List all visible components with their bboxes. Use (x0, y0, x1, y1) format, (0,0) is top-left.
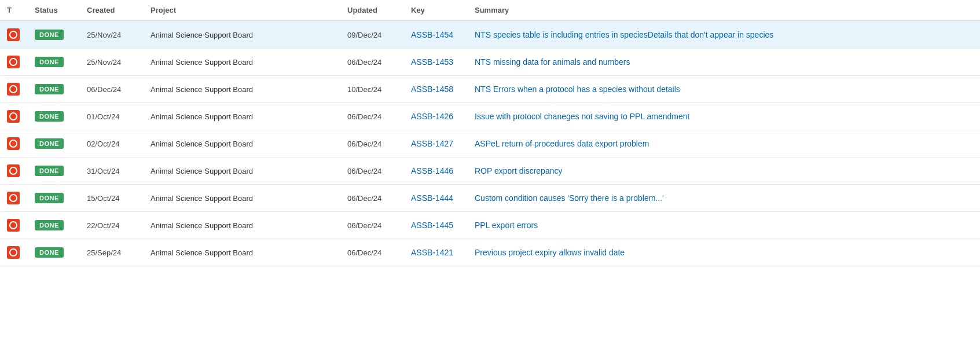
updated-date: 06/Dec/24 (347, 248, 381, 257)
bug-icon (7, 137, 20, 150)
status-badge: DONE (35, 138, 64, 149)
summary-cell[interactable]: Custom condition causes 'Sorry there is … (468, 185, 980, 212)
issue-summary: Previous project expiry allows invalid d… (475, 248, 625, 257)
updated-cell: 06/Dec/24 (340, 49, 404, 76)
issue-key-link[interactable]: ASSB-1426 (411, 112, 453, 121)
bug-icon (7, 28, 20, 41)
col-header-key[interactable]: Key (404, 0, 468, 21)
updated-date: 06/Dec/24 (347, 58, 381, 67)
table-row[interactable]: DONE 25/Nov/24 Animal Science Support Bo… (0, 21, 980, 49)
created-cell: 31/Oct/24 (80, 157, 144, 185)
table-row[interactable]: DONE 22/Oct/24 Animal Science Support Bo… (0, 212, 980, 239)
key-cell[interactable]: ASSB-1426 (404, 103, 468, 130)
updated-cell: 06/Dec/24 (340, 103, 404, 130)
issue-key-link[interactable]: ASSB-1446 (411, 166, 453, 175)
key-cell[interactable]: ASSB-1453 (404, 49, 468, 76)
col-header-updated[interactable]: Updated (340, 0, 404, 21)
summary-cell[interactable]: NTS missing data for animals and numbers (468, 49, 980, 76)
status-cell: DONE (28, 157, 80, 185)
key-cell[interactable]: ASSB-1454 (404, 21, 468, 49)
issue-summary: PPL export errors (475, 221, 538, 230)
status-cell: DONE (28, 212, 80, 239)
summary-cell[interactable]: Previous project expiry allows invalid d… (468, 239, 980, 266)
updated-cell: 06/Dec/24 (340, 212, 404, 239)
project-name: Animal Science Support Board (151, 221, 253, 230)
created-date: 06/Dec/24 (87, 85, 121, 94)
project-cell: Animal Science Support Board (144, 185, 340, 212)
col-header-t[interactable]: T (0, 0, 28, 21)
status-cell: DONE (28, 239, 80, 266)
issue-key-link[interactable]: ASSB-1421 (411, 248, 453, 257)
created-cell: 15/Oct/24 (80, 185, 144, 212)
summary-cell[interactable]: NTS species table is including entries i… (468, 21, 980, 49)
issue-summary: ROP export discrepancy (475, 166, 562, 175)
summary-cell[interactable]: Issue with protocol chaneges not saving … (468, 103, 980, 130)
status-badge: DONE (35, 30, 64, 40)
status-cell: DONE (28, 185, 80, 212)
created-cell: 25/Sep/24 (80, 239, 144, 266)
project-cell: Animal Science Support Board (144, 76, 340, 103)
status-badge: DONE (35, 166, 64, 176)
created-cell: 25/Nov/24 (80, 49, 144, 76)
bug-icon (7, 83, 20, 96)
type-cell (0, 21, 28, 49)
summary-cell[interactable]: ROP export discrepancy (468, 157, 980, 185)
status-badge: DONE (35, 111, 64, 122)
summary-cell[interactable]: PPL export errors (468, 212, 980, 239)
issue-key-link[interactable]: ASSB-1453 (411, 57, 453, 67)
table-row[interactable]: DONE 25/Nov/24 Animal Science Support Bo… (0, 49, 980, 76)
col-header-status[interactable]: Status (28, 0, 80, 21)
project-cell: Animal Science Support Board (144, 212, 340, 239)
issue-summary: Issue with protocol chaneges not saving … (475, 112, 689, 121)
key-cell[interactable]: ASSB-1446 (404, 157, 468, 185)
issue-summary: NTS missing data for animals and numbers (475, 57, 630, 67)
issue-key-link[interactable]: ASSB-1458 (411, 85, 453, 94)
status-cell: DONE (28, 49, 80, 76)
created-date: 31/Oct/24 (87, 167, 119, 175)
issue-key-link[interactable]: ASSB-1454 (411, 30, 453, 39)
issue-key-link[interactable]: ASSB-1445 (411, 221, 453, 230)
updated-cell: 10/Dec/24 (340, 76, 404, 103)
key-cell[interactable]: ASSB-1427 (404, 130, 468, 157)
key-cell[interactable]: ASSB-1421 (404, 239, 468, 266)
created-date: 25/Nov/24 (87, 58, 121, 67)
table-row[interactable]: DONE 31/Oct/24 Animal Science Support Bo… (0, 157, 980, 185)
table-row[interactable]: DONE 06/Dec/24 Animal Science Support Bo… (0, 76, 980, 103)
updated-cell: 06/Dec/24 (340, 157, 404, 185)
type-cell (0, 239, 28, 266)
updated-date: 06/Dec/24 (347, 167, 381, 175)
project-cell: Animal Science Support Board (144, 49, 340, 76)
bug-icon (7, 164, 20, 177)
created-cell: 22/Oct/24 (80, 212, 144, 239)
table-row[interactable]: DONE 25/Sep/24 Animal Science Support Bo… (0, 239, 980, 266)
key-cell[interactable]: ASSB-1445 (404, 212, 468, 239)
created-cell: 25/Nov/24 (80, 21, 144, 49)
summary-cell[interactable]: ASPeL return of procedures data export p… (468, 130, 980, 157)
status-cell: DONE (28, 130, 80, 157)
issue-key-link[interactable]: ASSB-1427 (411, 139, 453, 148)
updated-date: 10/Dec/24 (347, 85, 381, 94)
status-badge: DONE (35, 247, 64, 258)
col-header-summary[interactable]: Summary (468, 0, 980, 21)
key-cell[interactable]: ASSB-1444 (404, 185, 468, 212)
status-cell: DONE (28, 76, 80, 103)
created-date: 02/Oct/24 (87, 140, 119, 148)
updated-cell: 06/Dec/24 (340, 185, 404, 212)
col-header-project[interactable]: Project (144, 0, 340, 21)
key-cell[interactable]: ASSB-1458 (404, 76, 468, 103)
bug-icon (7, 192, 20, 204)
updated-date: 06/Dec/24 (347, 112, 381, 121)
issue-key-link[interactable]: ASSB-1444 (411, 193, 453, 203)
issue-table: T Status Created Project Updated Key Sum… (0, 0, 980, 266)
status-badge: DONE (35, 193, 64, 203)
table-row[interactable]: DONE 01/Oct/24 Animal Science Support Bo… (0, 103, 980, 130)
project-name: Animal Science Support Board (151, 140, 253, 148)
project-name: Animal Science Support Board (151, 248, 253, 257)
project-name: Animal Science Support Board (151, 194, 253, 203)
issue-summary: NTS Errors when a protocol has a species… (475, 85, 680, 94)
created-date: 25/Sep/24 (87, 248, 121, 257)
col-header-created[interactable]: Created (80, 0, 144, 21)
table-row[interactable]: DONE 02/Oct/24 Animal Science Support Bo… (0, 130, 980, 157)
table-row[interactable]: DONE 15/Oct/24 Animal Science Support Bo… (0, 185, 980, 212)
summary-cell[interactable]: NTS Errors when a protocol has a species… (468, 76, 980, 103)
